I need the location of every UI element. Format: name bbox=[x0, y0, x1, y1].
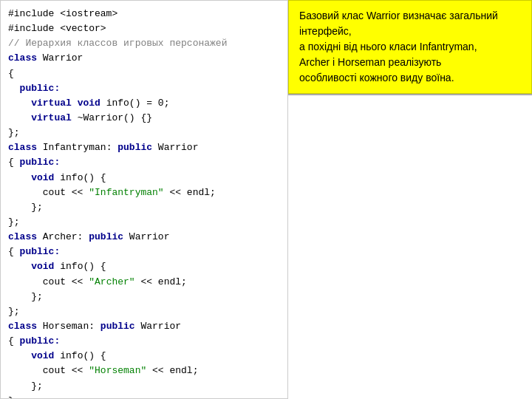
code-content: #include <iostream> #include <vector> //… bbox=[8, 7, 280, 399]
annotation-text: Базовий клас Warrior визначає загальний … bbox=[299, 10, 498, 83]
code-editor: #include <iostream> #include <vector> //… bbox=[0, 0, 288, 399]
separator-line bbox=[288, 94, 532, 95]
tooltip-box: Базовий клас Warrior визначає загальний … bbox=[288, 0, 532, 94]
annotation-panel: Базовий клас Warrior визначає загальний … bbox=[288, 0, 532, 399]
